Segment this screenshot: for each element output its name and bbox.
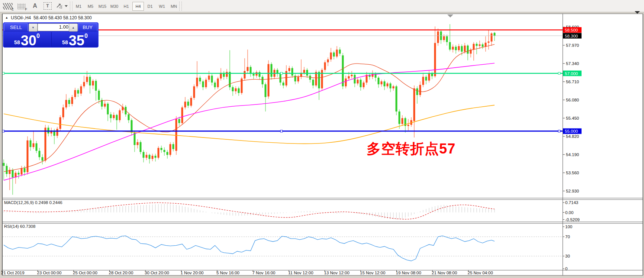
svg-text:25 Oct 00:00: 25 Oct 00:00 xyxy=(73,271,97,275)
buy-price-big: 35 xyxy=(69,35,84,46)
svg-text:54.190: 54.190 xyxy=(566,152,579,157)
svg-text:25 Nov 04:00: 25 Nov 04:00 xyxy=(468,271,493,275)
svg-text:57.000: 57.000 xyxy=(565,71,578,76)
svg-text:58.500: 58.500 xyxy=(565,28,578,32)
macd-label: MACD(12,26,9) 0.2498 0.2446 xyxy=(4,200,62,205)
buy-price-prefix: 58 xyxy=(62,39,68,45)
svg-text:52.930: 52.930 xyxy=(566,189,579,193)
svg-text:11 Nov 12:00: 11 Nov 12:00 xyxy=(288,271,313,275)
svg-text:53.560: 53.560 xyxy=(566,171,579,175)
svg-text:100: 100 xyxy=(565,224,572,229)
svg-text:55.450: 55.450 xyxy=(566,116,579,120)
svg-text:0: 0 xyxy=(565,266,567,271)
sell-price-big: 30 xyxy=(21,35,36,46)
svg-text:19 Nov 08:00: 19 Nov 08:00 xyxy=(396,271,421,275)
svg-text:28 Oct 20:00: 28 Oct 20:00 xyxy=(109,271,133,275)
svg-text:55.000: 55.000 xyxy=(565,129,578,133)
buy-price-sup: 0 xyxy=(84,33,88,39)
scroll-to-end-icon[interactable] xyxy=(635,11,640,14)
symbol-info: ▲ USOil-,H4 58.400 58.430 58.120 58.300 xyxy=(5,15,92,20)
hline-handle[interactable] xyxy=(2,72,4,74)
price-badge-57.000: 57.000 xyxy=(563,71,582,76)
volume-decrease-button[interactable]: ▼ xyxy=(29,23,38,32)
svg-text:5 Nov 16:00: 5 Nov 16:00 xyxy=(216,271,239,275)
symbol-name: USOil-,H4 xyxy=(11,15,31,20)
svg-text:0.7143: 0.7143 xyxy=(565,200,578,205)
svg-text:1 Nov 20:00: 1 Nov 20:00 xyxy=(181,271,204,275)
svg-text:-0.5209: -0.5209 xyxy=(565,217,580,222)
chart-background xyxy=(3,14,643,275)
sell-price-box[interactable]: 58 30 0 xyxy=(3,32,51,47)
svg-text:30 Oct 20:00: 30 Oct 20:00 xyxy=(145,271,169,275)
svg-text:7 Nov 16:00: 7 Nov 16:00 xyxy=(252,271,276,275)
mt4-terminal: E F A T M1M5M15M30H1H4D1W1MN 58.60057.97… xyxy=(0,0,644,278)
price-badge-55.000: 55.000 xyxy=(563,128,582,134)
svg-text:57.340: 57.340 xyxy=(566,61,579,66)
collapse-arrow-icon[interactable]: ▲ xyxy=(5,16,8,19)
trade-controls-row: SELL ▼ 1.00 ▲ BUY xyxy=(3,22,99,32)
sell-button[interactable]: SELL xyxy=(4,23,28,31)
svg-text:13 Nov 12:00: 13 Nov 12:00 xyxy=(324,271,350,275)
svg-text:21 Oct 2019: 21 Oct 2019 xyxy=(1,271,25,275)
svg-text:21 Nov 08:00: 21 Nov 08:00 xyxy=(432,271,457,275)
sell-price-prefix: 58 xyxy=(14,39,20,45)
volume-input[interactable]: 1.00 xyxy=(38,23,70,31)
one-click-trading-panel: SELL ▼ 1.00 ▲ BUY 58 30 0 58 35 0 xyxy=(3,22,99,48)
svg-text:57.970: 57.970 xyxy=(566,43,579,48)
rsi-label: RSI(14) 60.7308 xyxy=(4,224,35,229)
spinner-down-icon: ▼ xyxy=(32,26,35,29)
volume-increase-button[interactable]: ▲ xyxy=(69,23,78,32)
sell-price-sup: 0 xyxy=(36,33,40,39)
svg-text:56.710: 56.710 xyxy=(566,80,579,84)
svg-text:58.300: 58.300 xyxy=(565,34,578,38)
hline-handle[interactable] xyxy=(2,130,4,132)
price-badge-58.300: 58.300 xyxy=(563,33,582,39)
hline-handle[interactable] xyxy=(280,130,283,132)
buy-button[interactable]: BUY xyxy=(78,23,97,31)
spinner-up-icon: ▲ xyxy=(72,26,75,29)
hline-handle[interactable] xyxy=(280,72,283,74)
price-badge-58.500: 58.500 xyxy=(563,27,582,33)
symbol-ohlc: 58.400 58.430 58.120 58.300 xyxy=(33,15,92,20)
svg-text:30: 30 xyxy=(565,254,570,258)
chart-text-annotation[interactable]: 多空转折点57 xyxy=(367,139,455,158)
svg-text:15 Nov 12:00: 15 Nov 12:00 xyxy=(360,271,385,275)
svg-text:54.820: 54.820 xyxy=(566,134,579,139)
svg-text:0.00: 0.00 xyxy=(565,210,573,215)
buy-price-box[interactable]: 58 35 0 xyxy=(51,32,98,47)
hline-handle[interactable] xyxy=(558,130,560,132)
hline-handle[interactable] xyxy=(558,72,560,74)
svg-text:70: 70 xyxy=(565,235,570,239)
svg-text:56.080: 56.080 xyxy=(566,98,579,102)
svg-text:23 Oct 00:00: 23 Oct 00:00 xyxy=(37,271,62,275)
